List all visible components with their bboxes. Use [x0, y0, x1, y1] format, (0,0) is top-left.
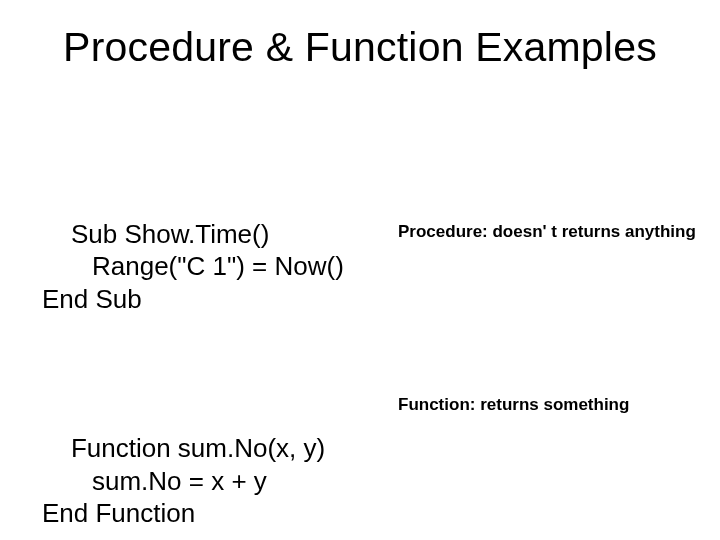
code-line: Function sum.No(x, y) — [71, 433, 325, 463]
code-line: Range("C 1") = Now() — [42, 250, 720, 283]
slide-title: Procedure & Function Examples — [0, 0, 720, 71]
code-line: End Function — [42, 498, 195, 528]
function-annotation: Function: returns something — [398, 395, 629, 415]
procedure-annotation: Procedure: doesn' t returns anything — [398, 222, 696, 242]
code-line: sum.No = x + y — [42, 465, 720, 498]
code-line: End Sub — [42, 284, 142, 314]
procedure-code-block: Sub Show.Time() Range("C 1") = Now()End … — [0, 185, 720, 348]
code-line: Sub Show.Time() — [71, 219, 269, 249]
function-code-block: Function sum.No(x, y) sum.No = x + yEnd … — [0, 400, 720, 541]
